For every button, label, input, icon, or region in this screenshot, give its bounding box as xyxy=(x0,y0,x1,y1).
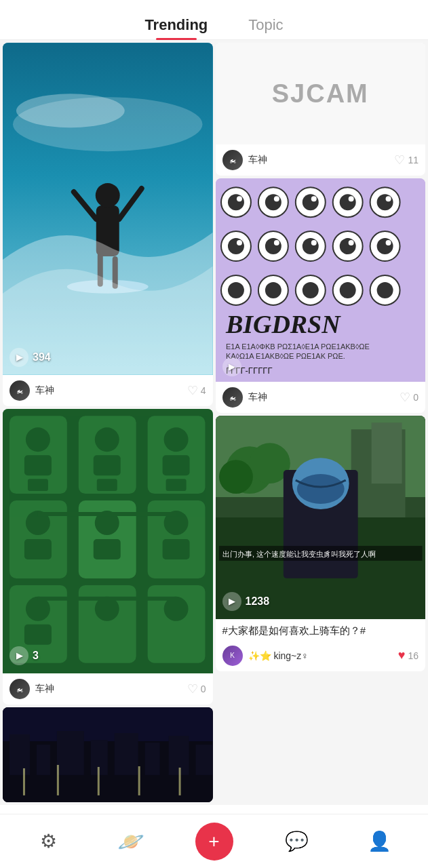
play-overlay-green: ▶ 3 xyxy=(9,646,39,665)
card-moto-video[interactable]: 出门办事, 这个速度能让我变虫豸叫我死了人啊 ▶ 1238 #大家都是如何喜欢上… xyxy=(216,416,426,671)
svg-rect-103 xyxy=(371,422,402,484)
cartoon-thumbnail: BIGDRSN Ε1Α Ε1Α◊ΦΚΒ ΡΩΣ1Α◊Ε1Α ΡΩΕ1ΑΚΒ◊ΩΕ… xyxy=(216,178,426,382)
svg-text:BIGDRSN: BIGDRSN xyxy=(225,310,341,338)
like-count-cartoon: 0 xyxy=(413,392,419,403)
svg-rect-51 xyxy=(57,765,59,795)
play-button-cartoon[interactable]: ▶ xyxy=(222,357,241,376)
nav-discover[interactable]: 🪐 xyxy=(90,831,172,852)
svg-rect-13 xyxy=(24,455,52,475)
tab-trending[interactable]: Trending xyxy=(124,11,228,39)
svg-rect-43 xyxy=(37,745,50,775)
nav-add[interactable]: + xyxy=(172,823,255,861)
like-count-green: 0 xyxy=(201,684,206,694)
avatar-cartoon: 🏍 xyxy=(222,387,243,408)
surf-media: ▶ 394 xyxy=(3,43,213,375)
svg-rect-47 xyxy=(145,743,160,775)
svg-point-58 xyxy=(236,196,241,201)
svg-rect-42 xyxy=(9,734,30,775)
svg-point-12 xyxy=(26,427,50,452)
svg-rect-22 xyxy=(166,479,187,491)
green-footer: 🏍 车神 ♡ 0 xyxy=(3,673,213,705)
svg-rect-54 xyxy=(179,768,181,795)
play-button-green[interactable]: ▶ xyxy=(9,646,28,665)
sjcam-logo: SJCAM xyxy=(272,79,369,108)
play-overlay-cartoon: ▶ xyxy=(222,357,241,376)
moto-caption: #大家都是如何喜欢上骑车的？# xyxy=(216,619,426,640)
green-media: ▶ 3 xyxy=(3,409,213,673)
add-button[interactable]: + xyxy=(195,823,233,861)
svg-point-9 xyxy=(96,183,120,208)
card-night-scene[interactable] xyxy=(3,707,213,802)
avatar-img: 🏍 xyxy=(9,380,30,401)
tab-topic[interactable]: Topic xyxy=(228,11,303,39)
svg-point-81 xyxy=(339,238,355,254)
night-thumbnail xyxy=(3,707,213,802)
svg-rect-25 xyxy=(24,539,52,559)
svg-rect-14 xyxy=(28,479,48,491)
like-count-surf: 4 xyxy=(201,385,206,396)
right-column: SJCAM 🏍 车神 ♡ 11 xyxy=(216,43,426,802)
svg-rect-52 xyxy=(98,767,100,795)
play-button[interactable]: ▶ xyxy=(9,348,28,367)
svg-point-89 xyxy=(265,282,281,298)
svg-text:Ε1Α Ε1Α◊ΦΚΒ ΡΩΣ1Α◊Ε1Α ΡΩΕ1ΑΚΒ◊: Ε1Α Ε1Α◊ΦΚΒ ΡΩΣ1Α◊Ε1Α ΡΩΕ1ΑΚΒ◊ΩΕ xyxy=(225,342,369,351)
left-column: ▶ 394 🏍 车神 ♡ 4 xyxy=(3,43,213,802)
content-grid: ▶ 394 🏍 车神 ♡ 4 xyxy=(0,40,428,805)
avatar-img-moto: K xyxy=(222,646,243,666)
sjcam-footer: 🏍 车神 ♡ 11 xyxy=(216,144,426,176)
card-cartoon-poster[interactable]: BIGDRSN Ε1Α Ε1Α◊ΦΚΒ ΡΩΣ1Α◊Ε1Α ΡΩΕ1ΑΚΒ◊ΩΕ… xyxy=(216,178,426,413)
nav-home[interactable]: ⚙ xyxy=(7,832,90,851)
username-cartoon: 车神 xyxy=(248,391,395,403)
like-count-sjcam: 11 xyxy=(408,155,419,165)
profile-icon: 👤 xyxy=(368,832,391,851)
svg-point-85 xyxy=(385,240,391,245)
svg-point-87 xyxy=(227,282,244,298)
avatar-moto: K xyxy=(222,646,243,666)
svg-rect-18 xyxy=(97,479,117,491)
username-moto: ✨⭐ king~z♀ xyxy=(248,650,393,661)
avatar-sjcam: 🏍 xyxy=(222,150,243,170)
svg-point-2 xyxy=(16,94,125,127)
heart-icon-cartoon: ♡ xyxy=(400,390,410,405)
username-sjcam: 车神 xyxy=(248,154,389,166)
play-button-moto[interactable]: ▶ xyxy=(222,592,241,611)
messages-icon: 💬 xyxy=(285,832,309,851)
nav-profile[interactable]: 👤 xyxy=(338,832,421,851)
surf-footer: 🏍 车神 ♡ 4 xyxy=(3,375,213,406)
sjcam-media: SJCAM xyxy=(216,43,426,144)
like-area-cartoon[interactable]: ♡ 0 xyxy=(400,390,419,405)
svg-point-66 xyxy=(339,194,355,210)
like-area-green[interactable]: ♡ 0 xyxy=(187,682,206,696)
card-green-cartoon[interactable]: ▶ 3 🏍 车神 ♡ 0 xyxy=(3,409,213,705)
svg-point-57 xyxy=(227,194,244,210)
play-overlay-moto: ▶ 1238 xyxy=(222,592,270,611)
card-sjcam[interactable]: SJCAM 🏍 车神 ♡ 11 xyxy=(216,43,426,176)
card-surf-video[interactable]: ▶ 394 🏍 车神 ♡ 4 xyxy=(3,43,213,406)
svg-text:出门办事, 这个速度能让我变虫豸叫我死了人啊: 出门办事, 这个速度能让我变虫豸叫我死了人啊 xyxy=(222,550,375,558)
heart-icon: ♡ xyxy=(187,383,198,398)
svg-point-72 xyxy=(227,238,244,254)
home-icon: ⚙ xyxy=(40,832,57,851)
like-area-sjcam[interactable]: ♡ 11 xyxy=(394,153,419,167)
svg-point-91 xyxy=(302,282,318,298)
svg-point-64 xyxy=(311,196,316,201)
svg-rect-28 xyxy=(94,539,121,559)
heart-icon-sjcam: ♡ xyxy=(394,153,405,167)
like-area-surf[interactable]: ♡ 4 xyxy=(187,383,206,398)
svg-point-63 xyxy=(302,194,318,210)
like-area-moto[interactable]: ♥ 16 xyxy=(398,648,419,663)
username-surf: 车神 xyxy=(35,384,182,397)
surf-thumbnail: ▶ 394 xyxy=(3,43,213,375)
svg-point-82 xyxy=(348,240,353,245)
moto-thumbnail: 出门办事, 这个速度能让我变虫豸叫我死了人啊 ▶ 1238 xyxy=(216,416,426,619)
svg-point-75 xyxy=(265,238,281,254)
heart-icon-green: ♡ xyxy=(187,682,198,696)
green-thumbnail: ▶ 3 xyxy=(3,409,213,673)
svg-point-95 xyxy=(376,282,393,298)
night-media xyxy=(3,707,213,802)
username-green: 车神 xyxy=(35,683,182,695)
svg-text:ΚΑ◊Ω1Α Ε1ΑΚΒ◊ΩΕ ΡΩΕ1ΑΚ ΡΩΕ.: ΚΑ◊Ω1Α Ε1ΑΚΒ◊ΩΕ ΡΩΕ1ΑΚ ΡΩΕ. xyxy=(225,352,345,360)
nav-messages[interactable]: 💬 xyxy=(256,832,338,851)
svg-rect-46 xyxy=(115,733,138,775)
svg-point-110 xyxy=(296,474,344,504)
